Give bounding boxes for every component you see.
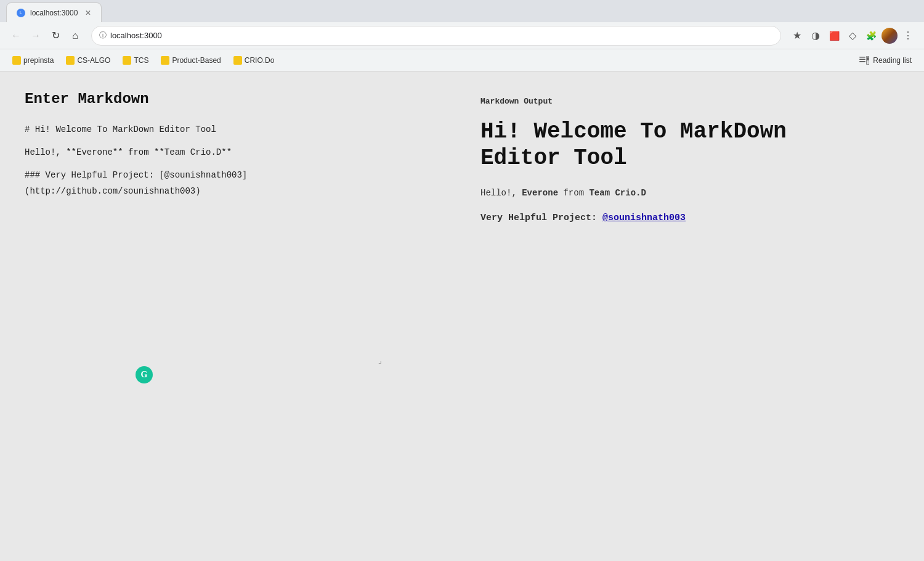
bookmark-star-button[interactable]: ★ [788, 27, 806, 44]
paragraph-middle: from [558, 188, 589, 198]
h3-prefix: Very Helpful Project: [480, 213, 602, 223]
bookmark-label: CRIO.Do [245, 56, 275, 65]
bookmark-folder-icon [66, 56, 75, 65]
output-paragraph: Hello!, Everone from Team Crio.D [480, 186, 899, 200]
output-label: Markdown Output [480, 97, 899, 106]
reading-list-label: Reading list [873, 56, 912, 65]
output-link[interactable]: @sounishnath003 [602, 213, 686, 223]
security-icon: ⓘ [99, 30, 107, 41]
output-h3: Very Helpful Project: @sounishnath003 [480, 213, 899, 223]
grammarly-button[interactable]: G [136, 366, 153, 383]
resize-handle[interactable]: ⌟ [0, 356, 394, 365]
editor-panel: Enter Markdown # Hi! Welcome To MarkDown… [25, 91, 456, 543]
bookmark-label: TCS [134, 56, 148, 65]
svg-rect-0 [859, 57, 865, 58]
bookmark-folder-icon [161, 56, 169, 65]
puzzle-icon: 🧩 [866, 31, 877, 41]
bookmark-cs-algo[interactable]: CS-ALGO [61, 54, 115, 67]
url-display: localhost:3000 [110, 31, 773, 40]
bookmark-folder-icon [12, 56, 21, 65]
editor-line-1: # Hi! Welcome To MarkDown Editor Tool [25, 122, 444, 137]
extension2-button[interactable]: ◇ [844, 27, 861, 44]
extension1-icon: 🟥 [829, 31, 840, 41]
avatar-button[interactable] [881, 27, 898, 44]
navigation-bar: ← → ↻ ⌂ ⓘ localhost:3000 ★ ◑ 🟥 ◇ [0, 22, 924, 49]
svg-rect-4 [867, 57, 869, 60]
svg-rect-1 [859, 59, 865, 60]
dark-reader-icon: ◑ [811, 30, 820, 41]
bookmark-crio-do[interactable]: CRIO.Do [229, 54, 280, 67]
bookmark-folder-icon [123, 56, 131, 65]
user-avatar [881, 28, 898, 44]
tab-title: localhost:3000 [30, 9, 78, 17]
more-menu-icon: ⋮ [903, 30, 913, 41]
reading-list-icon [859, 56, 869, 65]
active-tab[interactable]: L localhost:3000 ✕ [6, 2, 102, 22]
bold-team: Team Crio.D [589, 188, 646, 198]
address-bar[interactable]: ⓘ localhost:3000 [91, 26, 781, 46]
editor-title: Enter Markdown [25, 91, 444, 107]
editor-content[interactable]: # Hi! Welcome To MarkDown Editor Tool He… [25, 122, 444, 307]
bookmark-folder-icon [233, 56, 242, 65]
extension2-icon: ◇ [849, 30, 856, 41]
output-panel: Markdown Output Hi! Welcome To MarkDownE… [456, 91, 899, 543]
bookmark-product-based[interactable]: Product-Based [156, 54, 225, 67]
editor-line-2: Hello!, **Everone** from **Team Crio.D** [25, 145, 444, 160]
editor-textarea-container: # Hi! Welcome To MarkDown Editor Tool He… [25, 122, 444, 353]
bookmarks-bar: prepinsta CS-ALGO TCS Product-Based CRIO… [0, 49, 924, 72]
dark-reader-button[interactable]: ◑ [807, 27, 824, 44]
tab-favicon: L [17, 9, 25, 17]
menu-button[interactable]: ⋮ [899, 27, 917, 44]
editor-line-3: ### Very Helpful Project: [@sounishnath0… [25, 168, 444, 199]
extensions-button[interactable]: 🧩 [862, 27, 880, 44]
paragraph-prefix: Hello!, [480, 188, 522, 198]
reload-button[interactable]: ↻ [47, 27, 64, 44]
forward-button[interactable]: → [27, 27, 44, 44]
tab-bar: L localhost:3000 ✕ [0, 0, 924, 22]
bookmark-label: prepinsta [23, 56, 54, 65]
bold-everone: Everone [522, 188, 558, 198]
svg-rect-2 [859, 61, 865, 62]
reload-icon: ↻ [52, 30, 60, 41]
browser-toolbar-icons: ★ ◑ 🟥 ◇ 🧩 ⋮ [788, 27, 917, 44]
bookmark-prepinsta[interactable]: prepinsta [7, 54, 59, 67]
bookmark-tcs[interactable]: TCS [118, 54, 153, 67]
back-button[interactable]: ← [7, 27, 25, 44]
bookmark-label: Product-Based [172, 56, 221, 65]
output-heading: Hi! Welcome To MarkDownEditor Tool [480, 118, 899, 171]
star-icon: ★ [793, 30, 801, 41]
extension1-button[interactable]: 🟥 [825, 27, 843, 44]
browser-chrome: L localhost:3000 ✕ ← → ↻ ⌂ ⓘ localhost:3… [0, 0, 924, 72]
reading-list-button[interactable]: Reading list [854, 54, 917, 67]
page-content: Enter Markdown # Hi! Welcome To MarkDown… [0, 72, 924, 561]
tab-close-button[interactable]: ✕ [85, 9, 91, 17]
grammarly-icon: G [141, 370, 148, 380]
home-icon: ⌂ [72, 30, 78, 41]
bookmark-label: CS-ALGO [77, 56, 110, 65]
home-button[interactable]: ⌂ [67, 27, 84, 44]
forward-icon: → [31, 30, 41, 41]
back-icon: ← [11, 30, 21, 41]
resize-icon: ⌟ [378, 356, 382, 365]
